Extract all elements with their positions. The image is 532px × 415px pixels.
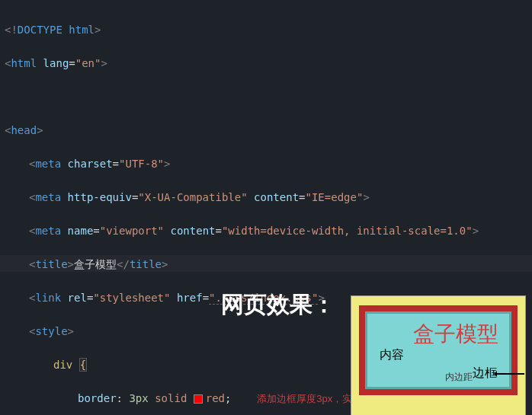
code-line: <html lang="en"> [5,55,532,72]
box-border-layer: 盒子模型 内容 边框 内边距 [359,305,518,395]
code-line: <head> [5,122,532,139]
code-line: <meta http-equiv="X-UA-Compatible" conte… [5,189,532,206]
content-label: 内容 [380,347,404,363]
arrow-icon [495,373,524,375]
preview-overlay: 网页效果： [221,289,335,321]
box-content-layer: 盒子模型 内容 边框 [373,320,503,381]
code-line: <title>盒子模型</title> [5,256,532,273]
code-line: <meta name="viewport" content="width=dev… [5,222,532,239]
box-model-demo: 盒子模型 内容 边框 内边距 外边距 [351,295,526,415]
preview-title: 网页效果： [221,289,335,321]
code-line: <!DOCTYPE html> [5,21,532,38]
code-line: <meta charset="UTF-8"> [5,155,532,172]
box-title: 盒子模型 [413,320,498,349]
padding-label: 内边距 [445,371,473,384]
color-swatch-icon [194,394,203,404]
box-padding-layer: 盒子模型 内容 边框 内边距 [365,311,511,389]
